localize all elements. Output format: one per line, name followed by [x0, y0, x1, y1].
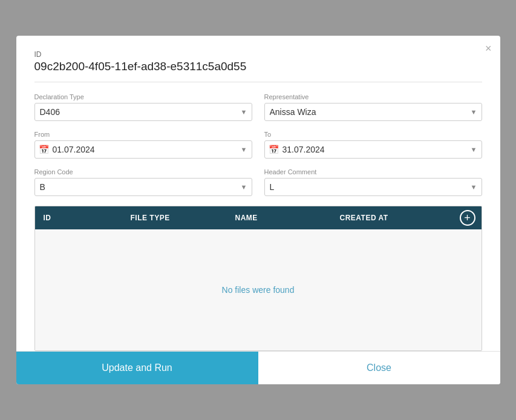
- header-comment-wrapper[interactable]: L ▼: [264, 178, 482, 196]
- region-code-select[interactable]: B: [34, 178, 252, 196]
- from-calendar-icon: 📅: [39, 145, 49, 154]
- modal-body: ID 09c2b200-4f05-11ef-ad38-e5311c5a0d55 …: [16, 36, 500, 351]
- to-label: To: [264, 131, 482, 138]
- to-date-field[interactable]: 📅 31.07.2024: [264, 140, 482, 159]
- col-name: NAME: [227, 206, 331, 229]
- add-file-button[interactable]: +: [460, 210, 475, 226]
- table-body: No files were found: [35, 229, 482, 350]
- declaration-type-wrapper[interactable]: D406 ▼: [34, 103, 252, 121]
- modal-footer: Update and Run Close: [16, 351, 500, 384]
- table-header: ID FILE TYPE NAME CREATED AT +: [35, 206, 482, 229]
- col-id: ID: [35, 206, 122, 229]
- from-group: From 📅 01.07.2024 ▼: [34, 131, 252, 159]
- update-run-button[interactable]: Update and Run: [16, 352, 258, 384]
- declaration-type-label: Declaration Type: [34, 93, 252, 100]
- declaration-type-select[interactable]: D406: [34, 103, 252, 121]
- region-code-group: Region Code B ▼: [34, 168, 252, 196]
- id-label: ID: [34, 50, 482, 59]
- files-table: ID FILE TYPE NAME CREATED AT + No files …: [34, 206, 482, 351]
- to-calendar-icon: 📅: [269, 145, 279, 154]
- close-dialog-button[interactable]: Close: [258, 352, 500, 384]
- to-date-value: 31.07.2024: [282, 145, 325, 154]
- modal-dialog: × ID 09c2b200-4f05-11ef-ad38-e5311c5a0d5…: [16, 36, 500, 384]
- to-wrapper[interactable]: 📅 31.07.2024 ▼: [264, 140, 482, 159]
- from-wrapper[interactable]: 📅 01.07.2024 ▼: [34, 140, 252, 159]
- to-group: To 📅 31.07.2024 ▼: [264, 131, 482, 159]
- close-button[interactable]: ×: [485, 43, 492, 54]
- header-comment-label: Header Comment: [264, 168, 482, 176]
- region-code-wrapper[interactable]: B ▼: [34, 178, 252, 196]
- region-code-label: Region Code: [34, 168, 252, 176]
- representative-label: Representative: [264, 93, 482, 100]
- col-createdat: CREATED AT: [331, 206, 454, 229]
- no-files-message: No files were found: [222, 261, 295, 319]
- header-comment-group: Header Comment L ▼: [264, 168, 482, 196]
- declaration-type-group: Declaration Type D406 ▼: [34, 93, 252, 121]
- col-add: +: [454, 206, 482, 229]
- from-date-value: 01.07.2024: [53, 145, 95, 154]
- from-label: From: [34, 131, 252, 138]
- representative-wrapper[interactable]: Anissa Wiza ▼: [264, 103, 482, 121]
- form-row-3: Region Code B ▼ Header Comment L ▼: [34, 168, 482, 196]
- representative-group: Representative Anissa Wiza ▼: [264, 93, 482, 121]
- representative-select[interactable]: Anissa Wiza: [264, 103, 482, 121]
- id-value: 09c2b200-4f05-11ef-ad38-e5311c5a0d55: [34, 60, 482, 82]
- col-filetype: FILE TYPE: [122, 206, 227, 229]
- from-date-field[interactable]: 📅 01.07.2024: [34, 140, 252, 159]
- header-comment-select[interactable]: L: [264, 178, 482, 196]
- form-row-2: From 📅 01.07.2024 ▼ To 📅 31.07.2024 ▼: [34, 131, 482, 159]
- form-row-1: Declaration Type D406 ▼ Representative A…: [34, 93, 482, 121]
